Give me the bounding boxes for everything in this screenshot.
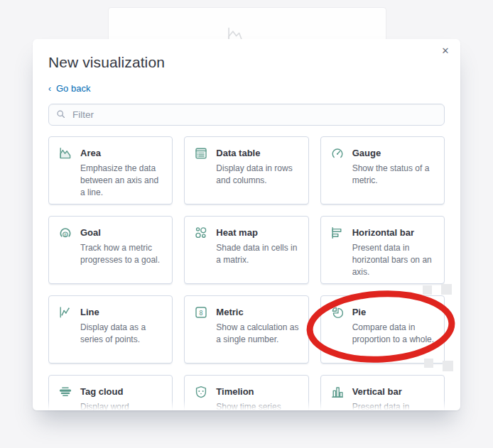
horizontal-bar-icon (330, 226, 345, 240)
metric-icon: 8 (194, 305, 208, 319)
vis-card-tag-cloud[interactable]: Tag cloud Display word frequency with fo… (48, 375, 173, 410)
card-title: Data table (216, 146, 299, 160)
data-table-icon (194, 146, 208, 160)
card-description: Present data in horizontal bars on an ax… (352, 242, 435, 278)
page: ✕ New visualization ‹ Go back Area Empha… (0, 0, 493, 448)
card-description: Display data in rows and columns. (216, 163, 299, 187)
card-title: Goal (80, 226, 163, 240)
timelion-icon (194, 385, 208, 399)
background-artifact (423, 285, 432, 295)
card-title: Heat map (216, 226, 299, 240)
card-title: Vertical bar (352, 385, 435, 399)
svg-text:8: 8 (64, 232, 67, 237)
vis-card-pie[interactable]: Pie Compare data in proportion to a whol… (320, 295, 445, 364)
go-back-label: Go back (56, 83, 90, 94)
line-chart-icon (58, 305, 72, 319)
close-icon[interactable]: ✕ (438, 43, 453, 59)
area-chart-icon (58, 146, 72, 160)
vis-card-area[interactable]: Area Emphasize the data between an axis … (48, 136, 173, 204)
go-back-link[interactable]: ‹ Go back (48, 83, 90, 94)
goal-icon: 8 (58, 226, 72, 240)
vis-card-gauge[interactable]: Gauge Show the status of a metric. (320, 136, 445, 204)
vis-card-horizontal-bar[interactable]: Horizontal bar Present data in horizonta… (320, 216, 445, 284)
tag-cloud-icon (58, 385, 72, 399)
vis-type-grid: Area Emphasize the data between an axis … (48, 136, 445, 410)
card-description: Show the status of a metric. (352, 163, 435, 187)
card-description: Emphasize the data between an axis and a… (80, 163, 163, 199)
card-description: Show time series data on a graph. (216, 401, 299, 410)
vis-card-data-table[interactable]: Data table Display data in rows and colu… (184, 136, 308, 204)
card-description: Show a calculation as a single number. (216, 322, 299, 346)
vis-card-heat-map[interactable]: Heat map Shade data in cells in a matrix… (184, 216, 308, 284)
vis-card-goal[interactable]: 8 Goal Track how a metric progresses to … (48, 216, 173, 284)
vis-card-line[interactable]: Line Display data as a series of points. (48, 295, 173, 364)
vis-card-metric[interactable]: 8 Metric Show a calculation as a single … (184, 295, 308, 364)
vis-card-timelion[interactable]: Timelion Show time series data on a grap… (184, 375, 308, 410)
card-title: Timelion (216, 385, 299, 399)
card-description: Shade data in cells in a matrix. (216, 242, 299, 266)
page-title: New visualization (48, 54, 445, 71)
chevron-left-icon: ‹ (48, 84, 51, 92)
background-artifact (441, 284, 452, 295)
pie-chart-icon (330, 305, 345, 319)
card-title: Line (80, 305, 163, 319)
background-artifact (443, 361, 453, 371)
card-title: Pie (352, 305, 435, 319)
vertical-bar-icon (330, 385, 345, 399)
new-visualization-modal: ✕ New visualization ‹ Go back Area Empha… (33, 39, 460, 410)
card-title: Area (80, 146, 163, 160)
gauge-icon (330, 146, 345, 160)
svg-text:8: 8 (200, 310, 203, 317)
vis-card-vertical-bar[interactable]: Vertical bar Present data in vertical ba… (320, 375, 445, 410)
card-description: Present data in vertical bars on an axis… (352, 401, 435, 410)
card-description: Display word frequency with font size. (80, 401, 163, 410)
card-title: Horizontal bar (352, 226, 435, 240)
card-description: Track how a metric progresses to a goal. (80, 242, 163, 266)
background-artifact (424, 359, 433, 368)
card-title: Gauge (352, 146, 435, 160)
card-description: Display data as a series of points. (80, 322, 163, 346)
heat-map-icon (194, 226, 208, 240)
card-description: Compare data in proportion to a whole. (352, 322, 435, 346)
card-title: Tag cloud (80, 385, 163, 399)
card-title: Metric (216, 305, 299, 319)
filter-input[interactable] (48, 104, 445, 126)
filter-field (48, 104, 445, 126)
